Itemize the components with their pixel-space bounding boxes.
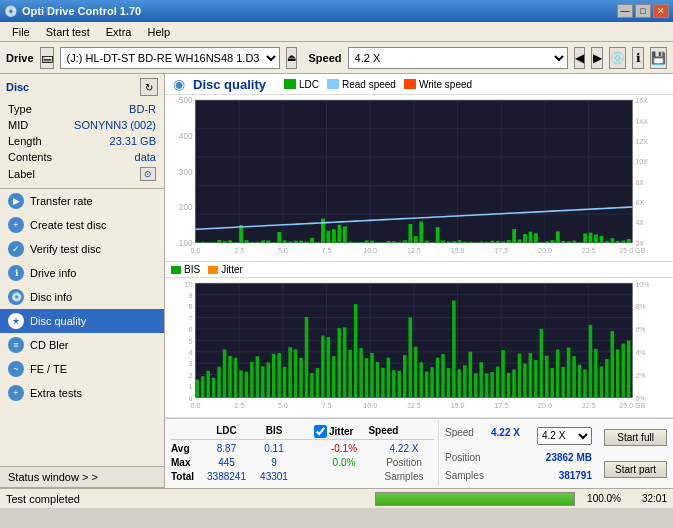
legend-read-speed: Read speed: [327, 79, 396, 90]
info-icon-button[interactable]: ℹ: [632, 47, 644, 69]
sidebar-item-verify-test-disc[interactable]: ✓ Verify test disc: [0, 237, 164, 261]
stats-max-ldc: 445: [199, 457, 254, 468]
app-icon: 💿: [4, 5, 18, 18]
svg-text:6%: 6%: [635, 325, 646, 334]
sidebar-nav: ▶ Transfer rate + Create test disc ✓ Ver…: [0, 189, 164, 405]
svg-rect-54: [261, 240, 265, 242]
svg-text:7.5: 7.5: [322, 246, 332, 255]
sidebar-item-extra-tests[interactable]: + Extra tests: [0, 381, 164, 405]
stats-avg-row: Avg 8.87 0.11 -0.1% 4.22 X: [171, 443, 434, 454]
stats-header-row: LDC BIS Jitter Speed: [171, 425, 434, 440]
svg-text:10: 10: [185, 280, 193, 289]
svg-rect-101: [518, 240, 522, 243]
position-row: Position 23862 MB: [445, 452, 592, 463]
chart-title-icon: ◉: [173, 76, 185, 92]
svg-rect-175: [206, 371, 210, 398]
svg-rect-81: [408, 224, 412, 243]
menu-file[interactable]: File: [4, 24, 38, 40]
svg-rect-214: [419, 363, 423, 398]
status-section: Status window > >: [0, 466, 164, 488]
speed-left-button[interactable]: ◀: [574, 47, 586, 69]
svg-rect-188: [277, 353, 281, 397]
legend-bis-label: BIS: [184, 264, 200, 275]
charts-container: 50040030020010016X14X12X10X8X6X4X2X0.02.…: [165, 95, 673, 418]
svg-rect-73: [365, 241, 369, 243]
svg-text:10.0: 10.0: [363, 246, 377, 255]
close-button[interactable]: ✕: [653, 4, 669, 18]
start-part-button[interactable]: Start part: [604, 461, 667, 478]
svg-rect-104: [534, 233, 538, 242]
disc-panel-title: Disc: [6, 81, 29, 93]
menu-help[interactable]: Help: [139, 24, 178, 40]
svg-rect-181: [239, 371, 243, 398]
sidebar-item-cd-bler[interactable]: ≡ CD Bler: [0, 333, 164, 357]
sidebar-item-disc-quality[interactable]: ★ Disc quality: [0, 309, 164, 333]
svg-rect-86: [436, 227, 440, 243]
disc-refresh-button[interactable]: ↻: [140, 78, 158, 96]
drive-select[interactable]: (J:) HL-DT-ST BD-RE WH16NS48 1.D3: [60, 47, 280, 69]
stats-avg-bis: 0.11: [254, 443, 294, 454]
svg-text:25.0 GB: 25.0 GB: [619, 401, 645, 410]
samples-label: Samples: [445, 470, 484, 481]
svg-rect-70: [348, 242, 352, 243]
status-bar: Test completed 100.0% 32:01: [0, 488, 673, 508]
svg-rect-63: [310, 238, 314, 243]
svg-text:8: 8: [188, 303, 192, 312]
speed-row: Speed 4.22 X 4.2 X: [445, 427, 592, 445]
stats-gap: [294, 425, 314, 438]
minimize-button[interactable]: —: [617, 4, 633, 18]
svg-rect-232: [518, 354, 522, 398]
save-icon-button[interactable]: 💾: [650, 47, 667, 69]
jitter-checkbox[interactable]: [314, 425, 327, 438]
svg-text:2%: 2%: [635, 371, 646, 380]
sidebar-item-drive-info[interactable]: ℹ Drive info: [0, 261, 164, 285]
svg-text:4X: 4X: [635, 218, 644, 227]
stats-jitter-header: Jitter: [314, 425, 353, 438]
svg-rect-116: [600, 236, 604, 243]
status-window-button[interactable]: Status window > >: [0, 467, 164, 488]
sidebar-item-transfer-rate[interactable]: ▶ Transfer rate: [0, 189, 164, 213]
svg-text:20.0: 20.0: [538, 401, 552, 410]
speed-select[interactable]: 4.2 X: [348, 47, 568, 69]
svg-rect-248: [605, 359, 609, 397]
legend-ldc-label: LDC: [299, 79, 319, 90]
svg-rect-206: [376, 362, 380, 398]
menu-start-test[interactable]: Start test: [38, 24, 98, 40]
maximize-button[interactable]: □: [635, 4, 651, 18]
svg-rect-78: [392, 241, 396, 242]
svg-text:25.0 GB: 25.0 GB: [619, 246, 645, 255]
disc-label-icon[interactable]: ⊙: [140, 167, 156, 181]
stats-ldc-header: LDC: [199, 425, 254, 438]
svg-rect-217: [436, 358, 440, 398]
elapsed-time: 32:01: [627, 493, 667, 504]
svg-rect-117: [605, 241, 609, 243]
svg-rect-111: [572, 241, 576, 243]
speed-dropdown[interactable]: 4.2 X: [537, 427, 592, 445]
menu-extra[interactable]: Extra: [98, 24, 140, 40]
action-buttons-panel: Start full Start part: [598, 421, 673, 486]
svg-rect-213: [414, 347, 418, 398]
svg-rect-252: [627, 341, 631, 398]
svg-rect-109: [561, 241, 565, 243]
disc-info-label: Disc info: [30, 291, 72, 303]
speed-right-button[interactable]: ▶: [591, 47, 603, 69]
svg-rect-228: [496, 367, 500, 398]
sidebar-item-fe-te[interactable]: ~ FE / TE: [0, 357, 164, 381]
start-full-button[interactable]: Start full: [604, 429, 667, 446]
disc-icon-button[interactable]: 💿: [609, 47, 626, 69]
svg-rect-53: [256, 242, 260, 243]
speed-display-value: 4.22 X: [491, 427, 520, 445]
svg-rect-47: [223, 241, 227, 242]
stats-max-jitter: 0.0%: [314, 457, 374, 468]
eject-button[interactable]: ⏏: [286, 47, 297, 69]
stats-left-panel: LDC BIS Jitter Speed Avg 8.87 0.11 -0.1%: [167, 421, 438, 486]
disc-quality-label: Disc quality: [30, 315, 86, 327]
svg-rect-201: [348, 350, 352, 398]
svg-rect-211: [403, 355, 407, 397]
legend-bis: BIS: [171, 264, 200, 275]
svg-rect-182: [245, 372, 249, 398]
svg-rect-233: [523, 364, 527, 398]
svg-rect-216: [430, 368, 434, 398]
sidebar-item-disc-info[interactable]: 💿 Disc info: [0, 285, 164, 309]
sidebar-item-create-test-disc[interactable]: + Create test disc: [0, 213, 164, 237]
